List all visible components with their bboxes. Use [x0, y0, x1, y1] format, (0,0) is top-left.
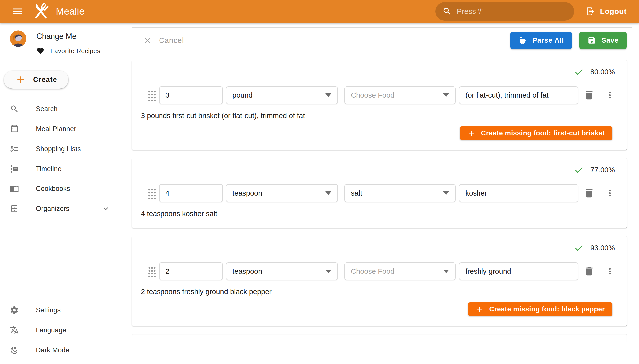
search-icon [442, 7, 452, 16]
moon-icon [10, 346, 19, 354]
ingredient-fields-row: teaspoon Choose Food [141, 262, 615, 280]
next-ingredient-card-partial [132, 334, 627, 342]
sidebar-item-label: Shopping Lists [36, 145, 81, 153]
global-search-input[interactable] [457, 7, 567, 16]
sidebar-item[interactable]: Shopping Lists [0, 139, 119, 159]
drag-handle-icon[interactable] [147, 90, 155, 101]
plus-icon [467, 129, 476, 137]
kebab-icon [605, 188, 615, 198]
user-name: Change Me [37, 30, 100, 41]
user-block: Change Me Favorite Recipes [0, 23, 119, 55]
unit-value: teaspoon [232, 267, 262, 276]
timeline-icon [10, 164, 19, 173]
check-icon [574, 243, 584, 253]
checklist-icon [10, 144, 19, 153]
sidebar-footer-item[interactable]: Language [0, 320, 119, 340]
trash-icon [583, 90, 595, 101]
sidebar-item[interactable]: Search [0, 99, 119, 119]
confidence-value: 77.00% [590, 166, 615, 174]
magnify-icon [10, 104, 19, 114]
quantity-input[interactable] [159, 86, 223, 104]
create-missing-food-button[interactable]: Create missing food: black pepper [468, 302, 612, 316]
sidebar-item-label: Language [36, 326, 66, 334]
sidebar-footer-item[interactable]: Dark Mode [0, 340, 119, 360]
menu-icon[interactable] [11, 5, 24, 18]
food-select[interactable]: Choose Food [344, 262, 456, 280]
drag-handle-icon[interactable] [147, 266, 155, 277]
sidebar-footer-item[interactable]: Settings [0, 300, 119, 320]
create-missing-food-label: Create missing food: black pepper [490, 306, 605, 313]
mealie-logo-icon [31, 1, 51, 22]
food-value: Choose Food [351, 91, 394, 100]
sidebar: Change Me Favorite Recipes Create Search… [0, 23, 119, 364]
global-search[interactable] [435, 2, 574, 21]
main-content: Cancel Parse All Save 80.00% pound [119, 23, 639, 364]
note-input[interactable] [459, 86, 578, 104]
sidebar-divider [0, 63, 119, 63]
parse-all-label: Parse All [532, 36, 564, 44]
favorites-label: Favorite Recipes [50, 47, 100, 54]
close-icon [143, 36, 152, 45]
ingredient-card: 77.00% teaspoon salt [132, 158, 627, 228]
user-text: Change Me Favorite Recipes [37, 30, 100, 55]
ingredient-card: 93.00% teaspoon Choose Food [132, 236, 627, 326]
unit-value: pound [232, 91, 253, 100]
confidence-value: 80.00% [590, 68, 615, 76]
cancel-button[interactable]: Cancel [140, 34, 187, 47]
note-input[interactable] [459, 262, 578, 280]
logout-icon [586, 7, 595, 16]
unit-select[interactable]: pound [226, 86, 338, 104]
food-select[interactable]: salt [344, 184, 456, 202]
plus-icon [476, 305, 484, 314]
sidebar-item[interactable]: Cookbooks [0, 179, 119, 199]
logout-button[interactable]: Logout [583, 2, 629, 20]
sidebar-item-label: Search [36, 105, 58, 113]
trash-icon [583, 188, 595, 199]
ingredient-fields-row: teaspoon salt [141, 184, 615, 202]
sidebar-item-label: Cookbooks [36, 185, 70, 193]
original-ingredient-text: 4 teaspoons kosher salt [141, 210, 615, 218]
unit-select[interactable]: teaspoon [226, 184, 338, 202]
quantity-input[interactable] [159, 184, 223, 202]
check-icon [574, 165, 584, 175]
cog-icon [10, 306, 19, 315]
quantity-input[interactable] [159, 262, 223, 280]
confidence-row: 93.00% [141, 242, 615, 253]
save-label: Save [601, 36, 618, 44]
sidebar-item[interactable]: Organizers [0, 199, 119, 219]
drawers-icon [10, 204, 19, 213]
ingredient-card: 80.00% pound Choose Food [132, 60, 627, 150]
sidebar-item-label: Organizers [36, 205, 69, 213]
ingredient-more-menu-button[interactable] [605, 90, 615, 100]
create-missing-food-button[interactable]: Create missing food: first-cut brisket [460, 126, 612, 140]
delete-ingredient-button[interactable] [583, 188, 595, 199]
create-missing-food-label: Create missing food: first-cut brisket [481, 130, 605, 137]
unit-select[interactable]: teaspoon [226, 262, 338, 280]
favorite-recipes-link[interactable]: Favorite Recipes [37, 47, 100, 55]
app-title: Mealie [56, 6, 85, 17]
food-select[interactable]: Choose Food [344, 86, 456, 104]
book-icon [10, 184, 19, 193]
parse-all-button[interactable]: Parse All [510, 32, 572, 49]
create-button[interactable]: Create [4, 70, 68, 88]
drag-handle-icon[interactable] [147, 188, 155, 199]
delete-ingredient-button[interactable] [583, 90, 595, 101]
save-icon [587, 36, 596, 45]
sidebar-item[interactable]: Timeline [0, 159, 119, 179]
food-value: Choose Food [351, 267, 394, 276]
parser-toolbar: Cancel Parse All Save [119, 28, 639, 53]
sidebar-item-label: Settings [36, 306, 61, 314]
ingredient-more-menu-button[interactable] [605, 188, 615, 198]
note-input[interactable] [459, 184, 578, 202]
save-button[interactable]: Save [579, 32, 626, 49]
sidebar-item-label: Dark Mode [36, 346, 69, 354]
apple-icon [518, 36, 527, 45]
create-label: Create [33, 76, 57, 84]
avatar[interactable] [10, 30, 27, 47]
sidebar-item[interactable]: Meal Planner [0, 119, 119, 139]
ingredient-more-menu-button[interactable] [605, 266, 615, 276]
confidence-row: 77.00% [141, 164, 615, 175]
delete-ingredient-button[interactable] [583, 266, 595, 277]
chevron-down-icon[interactable] [102, 204, 110, 213]
cancel-label: Cancel [159, 36, 184, 45]
